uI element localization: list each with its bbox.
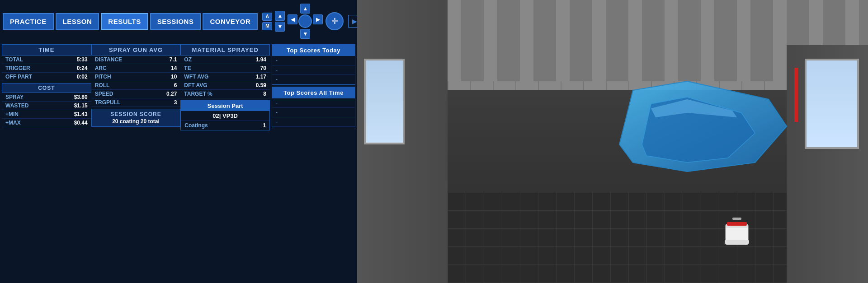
dpad-left[interactable]: ◀ <box>288 14 297 24</box>
scores-alltime-header: Top Scores All Time <box>272 87 355 98</box>
dpad-center[interactable] <box>298 14 312 28</box>
sg-speed-value: 0.27 <box>166 91 177 97</box>
material-header: MATERIAL SPRAYED <box>180 44 270 56</box>
main-data: TIME TOTAL 5:33 TRIGGER 0:24 OFF PART 0:… <box>0 42 357 283</box>
blue-part-shape <box>597 54 814 190</box>
time-trigger-label: TRIGGER <box>5 65 30 71</box>
m-button[interactable]: M <box>262 22 272 30</box>
svg-rect-2 <box>725 240 749 244</box>
time-total-row: TOTAL 5:33 <box>2 56 91 64</box>
nav-lesson[interactable]: LESSON <box>56 13 99 30</box>
mat-target-label: TARGET % <box>184 91 212 97</box>
time-trigger-row: TRIGGER 0:24 <box>2 64 91 73</box>
sg-roll-row: ROLL 6 <box>91 81 181 90</box>
dpad: ▲ ◀ ▶ ▼ <box>288 4 323 39</box>
left-panel: PRACTICE LESSON RESULTS SESSIONS CONVEYO… <box>0 0 357 283</box>
sg-roll-value: 6 <box>174 82 177 88</box>
nav-conveyor[interactable]: CONVEYOR <box>203 13 258 30</box>
a-button[interactable]: A <box>262 13 272 21</box>
mat-wft-label: WFT AVG <box>184 74 208 80</box>
cost-spray-value: $3.80 <box>74 94 88 100</box>
svg-rect-3 <box>727 222 747 226</box>
cost-min-label: +MIN <box>5 111 19 117</box>
mat-dft-row: DFT AVG 0.59 <box>180 81 270 90</box>
3d-scene <box>357 0 868 283</box>
mat-te-value: 70 <box>260 65 266 71</box>
sg-trgpull-label: TRGPULL <box>95 99 121 106</box>
dpad-up[interactable]: ▲ <box>300 4 310 14</box>
mat-wft-row: WFT AVG 1.17 <box>180 73 270 81</box>
session-score-value: 20 coating 20 total <box>95 118 177 125</box>
cost-max-label: +MAX <box>5 120 21 126</box>
time-offpart-row: OFF PART 0:02 <box>2 73 91 81</box>
sg-pitch-value: 10 <box>171 74 177 80</box>
scores-alltime-entry-1: - <box>272 98 355 108</box>
sg-arc-label: ARC <box>95 65 107 71</box>
cost-min-row: +MIN $1.43 <box>2 110 91 119</box>
nav-results[interactable]: RESULTS <box>101 13 148 30</box>
nav-practice[interactable]: PRACTICE <box>3 13 54 30</box>
cost-max-value: $0.44 <box>74 120 88 126</box>
circle-button[interactable]: ✛ <box>326 12 344 30</box>
mat-te-row: TE 70 <box>180 64 270 73</box>
cost-spray-row: SPRAY $3.80 <box>2 93 91 102</box>
scores-today-section: Top Scores Today - - - <box>272 44 355 85</box>
coatings-row: Coatings 1 <box>181 121 269 130</box>
time-offpart-value: 0:02 <box>77 74 88 80</box>
spray-gun-header: SPRAY GUN AVG <box>91 44 181 56</box>
mat-dft-label: DFT AVG <box>184 82 207 88</box>
spray-gun-column: SPRAY GUN AVG DISTANCE 7.1 ARC 14 PITCH … <box>91 44 181 281</box>
sg-speed-row: SPEED 0.27 <box>91 90 181 98</box>
am-buttons: A M <box>262 13 272 30</box>
session-score-box: Session Score 20 coating 20 total <box>91 109 181 127</box>
sg-trgpull-value: 3 <box>174 99 177 106</box>
coatings-value: 1 <box>263 122 266 129</box>
scores-today-entry-3: - <box>272 75 355 84</box>
nav-bar: PRACTICE LESSON RESULTS SESSIONS CONVEYO… <box>0 0 357 42</box>
sg-pitch-label: PITCH <box>95 74 111 80</box>
mat-dft-value: 0.59 <box>256 82 266 88</box>
dpad-down[interactable]: ▼ <box>300 29 310 39</box>
cost-wasted-row: WASTED $1.15 <box>2 102 91 110</box>
cost-max-row: +MAX $0.44 <box>2 119 91 127</box>
scores-alltime-entry-3: - <box>272 117 355 127</box>
left-wall <box>357 0 448 283</box>
mat-oz-label: OZ <box>184 56 192 63</box>
material-column: MATERIAL SPRAYED OZ 1.94 TE 70 WFT AVG 1… <box>180 44 270 281</box>
session-part-section: Session Part 02| VP3D Coatings 1 <box>180 100 270 130</box>
cost-header: COST <box>2 83 91 93</box>
mat-target-row: TARGET % 8 <box>180 90 270 98</box>
sg-distance-value: 7.1 <box>170 56 177 63</box>
scores-alltime-entry-2: - <box>272 108 355 117</box>
cost-wasted-value: $1.15 <box>74 102 88 109</box>
down-arrow-btn[interactable]: ▼ <box>275 22 285 32</box>
up-arrow-btn[interactable]: ▲ <box>275 11 285 21</box>
svg-rect-4 <box>732 218 741 220</box>
time-total-value: 5:33 <box>77 56 88 63</box>
left-window <box>364 59 405 144</box>
session-part-value: 02| VP3D <box>181 111 269 121</box>
nav-sessions[interactable]: SESSIONS <box>150 13 201 30</box>
session-score-title: Session Score <box>95 111 177 117</box>
mat-oz-row: OZ 1.94 <box>180 56 270 64</box>
sg-pitch-row: PITCH 10 <box>91 73 181 81</box>
session-part-header: Session Part <box>181 101 269 111</box>
dpad-right[interactable]: ▶ <box>313 14 323 24</box>
sg-distance-label: DISTANCE <box>95 56 122 63</box>
mat-te-label: TE <box>184 65 191 71</box>
scores-column: Top Scores Today - - - Top Scores All Ti… <box>272 44 355 281</box>
scores-alltime-section: Top Scores All Time - - - <box>272 87 355 127</box>
scores-today-header: Top Scores Today <box>272 45 355 56</box>
time-cost-column: TIME TOTAL 5:33 TRIGGER 0:24 OFF PART 0:… <box>2 44 91 281</box>
time-header: TIME <box>2 44 91 56</box>
mat-oz-value: 1.94 <box>256 56 266 63</box>
coatings-label: Coatings <box>184 122 208 129</box>
cost-spray-label: SPRAY <box>5 94 24 100</box>
sg-roll-label: ROLL <box>95 82 110 88</box>
sg-distance-row: DISTANCE 7.1 <box>91 56 181 64</box>
time-total-label: TOTAL <box>5 56 23 63</box>
viewport-panel <box>357 0 868 283</box>
cost-wasted-label: WASTED <box>5 102 28 109</box>
sg-trgpull-row: TRGPULL 3 <box>91 98 181 107</box>
mat-target-value: 8 <box>263 91 266 97</box>
